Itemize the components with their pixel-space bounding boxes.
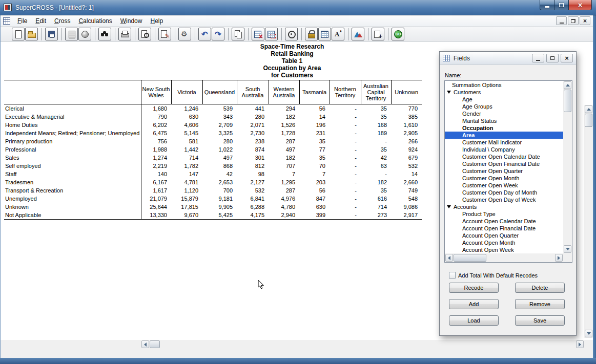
list-item-account-open-financial-date[interactable]: Account Open Financial Date — [445, 225, 563, 232]
list-item-gender[interactable]: Gender — [445, 110, 563, 117]
data-cell[interactable]: 497 — [202, 154, 237, 162]
toolbar-button-delete-table[interactable] — [252, 28, 264, 40]
data-cell[interactable]: 15,879 — [171, 195, 202, 203]
add-button[interactable]: Add — [449, 299, 499, 309]
data-cell[interactable]: 7 — [269, 170, 299, 178]
menu-item-cross[interactable]: Cross — [50, 16, 74, 26]
column-header-unknown[interactable]: Unknown — [391, 80, 422, 104]
data-cell[interactable]: 6,841 — [237, 195, 269, 203]
data-cell[interactable]: 35 — [299, 154, 330, 162]
column-header-new-south-wales[interactable]: New South Wales — [141, 80, 171, 104]
list-item-account-open-week[interactable]: Account Open Week — [445, 246, 563, 253]
row-label-home-duties[interactable]: Home Duties — [4, 121, 141, 129]
data-cell[interactable]: 280 — [202, 137, 237, 145]
list-item-customer-open-day-of-month[interactable]: Customer Open Day of Month — [445, 189, 563, 196]
child-window-system-icon[interactable] — [3, 17, 10, 25]
data-cell[interactable]: 1,617 — [141, 186, 171, 195]
data-cell[interactable]: - — [330, 129, 361, 137]
data-cell[interactable]: 63 — [361, 162, 391, 170]
data-cell[interactable]: 287 — [269, 186, 299, 195]
data-cell[interactable]: 6,475 — [141, 129, 171, 137]
mdi-minimize-button[interactable] — [556, 16, 567, 25]
mdi-restore-button[interactable] — [568, 16, 579, 25]
data-cell[interactable]: 1,782 — [171, 162, 202, 170]
data-cell[interactable]: 2,071 — [237, 121, 269, 129]
data-cell[interactable]: 56 — [299, 104, 330, 113]
scroll-right-button[interactable] — [576, 340, 584, 348]
data-cell[interactable]: 35 — [361, 104, 391, 113]
row-label-primary-production[interactable]: Primary production — [4, 137, 141, 145]
data-cell[interactable]: 1,988 — [141, 145, 171, 154]
data-cell[interactable]: 189 — [361, 129, 391, 137]
data-cell[interactable]: 4,781 — [171, 178, 202, 186]
list-item-occupation[interactable]: Occupation — [445, 124, 563, 132]
data-cell[interactable]: 812 — [237, 162, 269, 170]
data-cell[interactable]: 238 — [237, 137, 269, 145]
data-cell[interactable]: 630 — [299, 203, 330, 211]
fields-scroll-right-button[interactable] — [555, 254, 563, 262]
data-cell[interactable]: 9,905 — [202, 203, 237, 211]
data-cell[interactable]: 6,202 — [141, 121, 171, 129]
data-cell[interactable]: 25,644 — [141, 203, 171, 211]
data-cell[interactable]: - — [330, 211, 361, 220]
data-cell[interactable]: 182 — [361, 178, 391, 186]
data-cell[interactable]: 287 — [269, 137, 299, 145]
data-cell[interactable]: 9,181 — [202, 195, 237, 203]
list-item-customer-open-month[interactable]: Customer Open Month — [445, 175, 563, 182]
data-cell[interactable]: - — [330, 121, 361, 129]
column-header-victoria[interactable]: Victoria — [171, 80, 202, 104]
toolbar-button-insert-table[interactable] — [372, 28, 384, 40]
row-label-professional[interactable]: Professional — [4, 145, 141, 154]
toolbar-button-record-view[interactable] — [285, 28, 298, 40]
data-cell[interactable]: - — [361, 137, 391, 145]
fields-vertical-scroll-thumb[interactable] — [564, 90, 571, 112]
list-item-account-open-quarter[interactable]: Account Open Quarter — [445, 232, 563, 239]
data-cell[interactable]: 1,442 — [171, 145, 202, 154]
horizontal-scroll-thumb[interactable] — [150, 340, 160, 348]
toolbar-button-database[interactable] — [65, 28, 78, 40]
row-label-sales[interactable]: Sales — [4, 154, 141, 162]
data-cell[interactable]: 2,127 — [237, 178, 269, 186]
data-cell[interactable]: - — [330, 170, 361, 178]
data-cell[interactable]: 98 — [237, 170, 269, 178]
scroll-left-button[interactable] — [141, 340, 149, 348]
fields-horizontal-scroll-thumb[interactable] — [454, 254, 486, 262]
data-cell[interactable]: 14 — [299, 113, 330, 121]
data-cell[interactable]: - — [330, 186, 361, 195]
column-header-tasmania[interactable]: Tasmania — [299, 80, 330, 104]
data-cell[interactable]: 4,976 — [269, 195, 299, 203]
data-cell[interactable]: 2,940 — [269, 211, 299, 220]
toolbar-button-print[interactable] — [118, 28, 131, 40]
data-cell[interactable]: 35 — [361, 113, 391, 121]
data-cell[interactable]: 2,905 — [391, 129, 422, 137]
fields-dialog-titlebar[interactable]: Fields × — [440, 52, 576, 65]
fields-list[interactable]: Summation OptionsCustomersAgeAge GroupsG… — [444, 80, 572, 263]
row-label-unknown[interactable]: Unknown — [4, 203, 141, 211]
menu-item-edit[interactable]: Edit — [31, 16, 50, 26]
list-item-customer-mail-indicator[interactable]: Customer Mail Indicator — [445, 139, 563, 146]
data-cell[interactable]: - — [330, 203, 361, 211]
list-item-accounts[interactable]: Accounts — [445, 203, 563, 210]
list-item-customer-open-week[interactable]: Customer Open Week — [445, 182, 563, 189]
data-cell[interactable]: 21,079 — [141, 195, 171, 203]
data-cell[interactable]: 266 — [391, 137, 422, 145]
data-cell[interactable]: 168 — [361, 121, 391, 129]
data-cell[interactable]: 77 — [299, 145, 330, 154]
data-cell[interactable]: 280 — [237, 113, 269, 121]
data-cell[interactable]: 497 — [269, 145, 299, 154]
data-cell[interactable]: 756 — [141, 137, 171, 145]
toolbar-button-print-preview[interactable] — [138, 28, 151, 40]
data-cell[interactable]: 294 — [269, 104, 299, 113]
fields-scroll-down-button[interactable] — [564, 245, 571, 253]
list-item-customer-open-day-of-week[interactable]: Customer Open Day of Week — [445, 196, 563, 203]
load-button[interactable]: Load — [449, 315, 499, 326]
save-button[interactable]: Save — [515, 315, 565, 326]
data-cell[interactable]: 13,330 — [141, 211, 171, 220]
list-item-area[interactable]: Area — [445, 132, 563, 139]
data-cell[interactable]: 6,167 — [141, 178, 171, 186]
data-cell[interactable]: 2,219 — [141, 162, 171, 170]
list-item-customer-open-quarter[interactable]: Customer Open Quarter — [445, 167, 563, 175]
close-button[interactable]: × — [569, 0, 592, 10]
fields-list-vertical-scrollbar[interactable] — [563, 81, 572, 253]
toolbar-button-catalog[interactable] — [78, 28, 91, 40]
